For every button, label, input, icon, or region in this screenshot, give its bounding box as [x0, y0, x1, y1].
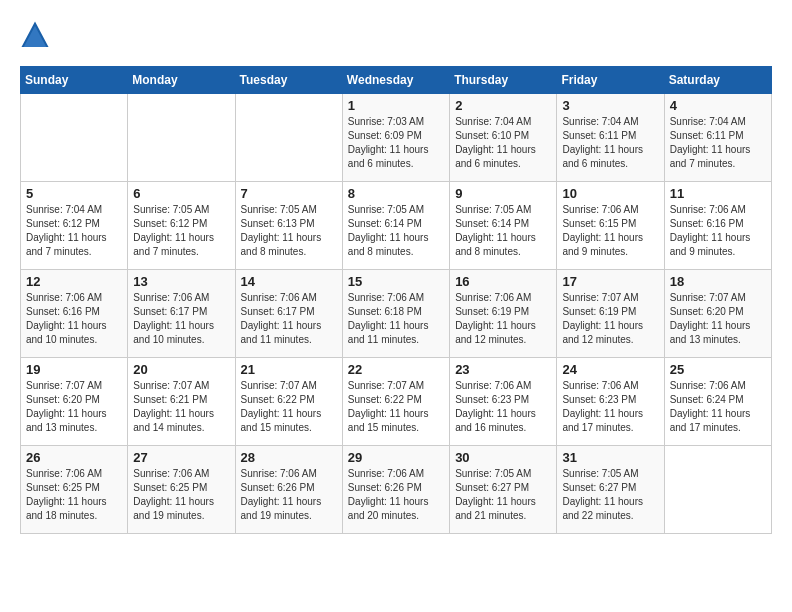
calendar-cell: 23Sunrise: 7:06 AM Sunset: 6:23 PM Dayli…	[450, 358, 557, 446]
day-number: 19	[26, 362, 122, 377]
calendar-cell: 16Sunrise: 7:06 AM Sunset: 6:19 PM Dayli…	[450, 270, 557, 358]
day-number: 2	[455, 98, 551, 113]
day-number: 12	[26, 274, 122, 289]
day-info: Sunrise: 7:06 AM Sunset: 6:19 PM Dayligh…	[455, 291, 551, 347]
day-info: Sunrise: 7:03 AM Sunset: 6:09 PM Dayligh…	[348, 115, 444, 171]
calendar-cell: 22Sunrise: 7:07 AM Sunset: 6:22 PM Dayli…	[342, 358, 449, 446]
day-number: 21	[241, 362, 337, 377]
logo-icon	[20, 20, 50, 50]
day-number: 10	[562, 186, 658, 201]
day-number: 8	[348, 186, 444, 201]
calendar-cell: 14Sunrise: 7:06 AM Sunset: 6:17 PM Dayli…	[235, 270, 342, 358]
calendar-cell: 5Sunrise: 7:04 AM Sunset: 6:12 PM Daylig…	[21, 182, 128, 270]
calendar-cell: 4Sunrise: 7:04 AM Sunset: 6:11 PM Daylig…	[664, 94, 771, 182]
day-info: Sunrise: 7:06 AM Sunset: 6:26 PM Dayligh…	[241, 467, 337, 523]
week-row-2: 5Sunrise: 7:04 AM Sunset: 6:12 PM Daylig…	[21, 182, 772, 270]
weekday-header-saturday: Saturday	[664, 67, 771, 94]
day-info: Sunrise: 7:05 AM Sunset: 6:14 PM Dayligh…	[348, 203, 444, 259]
calendar-cell	[21, 94, 128, 182]
day-number: 23	[455, 362, 551, 377]
calendar-cell: 15Sunrise: 7:06 AM Sunset: 6:18 PM Dayli…	[342, 270, 449, 358]
page-header	[20, 20, 772, 50]
calendar-cell	[128, 94, 235, 182]
weekday-header-friday: Friday	[557, 67, 664, 94]
week-row-3: 12Sunrise: 7:06 AM Sunset: 6:16 PM Dayli…	[21, 270, 772, 358]
day-number: 17	[562, 274, 658, 289]
day-info: Sunrise: 7:05 AM Sunset: 6:12 PM Dayligh…	[133, 203, 229, 259]
day-info: Sunrise: 7:04 AM Sunset: 6:12 PM Dayligh…	[26, 203, 122, 259]
week-row-1: 1Sunrise: 7:03 AM Sunset: 6:09 PM Daylig…	[21, 94, 772, 182]
calendar-cell: 8Sunrise: 7:05 AM Sunset: 6:14 PM Daylig…	[342, 182, 449, 270]
calendar-cell	[664, 446, 771, 534]
weekday-header-tuesday: Tuesday	[235, 67, 342, 94]
calendar-cell: 19Sunrise: 7:07 AM Sunset: 6:20 PM Dayli…	[21, 358, 128, 446]
calendar-cell: 28Sunrise: 7:06 AM Sunset: 6:26 PM Dayli…	[235, 446, 342, 534]
calendar-cell: 30Sunrise: 7:05 AM Sunset: 6:27 PM Dayli…	[450, 446, 557, 534]
calendar-cell: 1Sunrise: 7:03 AM Sunset: 6:09 PM Daylig…	[342, 94, 449, 182]
calendar-cell: 26Sunrise: 7:06 AM Sunset: 6:25 PM Dayli…	[21, 446, 128, 534]
calendar-cell: 18Sunrise: 7:07 AM Sunset: 6:20 PM Dayli…	[664, 270, 771, 358]
calendar-cell: 12Sunrise: 7:06 AM Sunset: 6:16 PM Dayli…	[21, 270, 128, 358]
day-number: 22	[348, 362, 444, 377]
calendar-cell: 20Sunrise: 7:07 AM Sunset: 6:21 PM Dayli…	[128, 358, 235, 446]
day-info: Sunrise: 7:06 AM Sunset: 6:18 PM Dayligh…	[348, 291, 444, 347]
day-info: Sunrise: 7:05 AM Sunset: 6:13 PM Dayligh…	[241, 203, 337, 259]
day-number: 25	[670, 362, 766, 377]
day-number: 26	[26, 450, 122, 465]
day-info: Sunrise: 7:04 AM Sunset: 6:11 PM Dayligh…	[670, 115, 766, 171]
weekday-header-sunday: Sunday	[21, 67, 128, 94]
day-info: Sunrise: 7:07 AM Sunset: 6:22 PM Dayligh…	[348, 379, 444, 435]
weekday-header-monday: Monday	[128, 67, 235, 94]
day-number: 20	[133, 362, 229, 377]
day-info: Sunrise: 7:06 AM Sunset: 6:16 PM Dayligh…	[670, 203, 766, 259]
calendar-cell: 25Sunrise: 7:06 AM Sunset: 6:24 PM Dayli…	[664, 358, 771, 446]
day-info: Sunrise: 7:07 AM Sunset: 6:20 PM Dayligh…	[26, 379, 122, 435]
calendar-cell: 29Sunrise: 7:06 AM Sunset: 6:26 PM Dayli…	[342, 446, 449, 534]
day-info: Sunrise: 7:06 AM Sunset: 6:25 PM Dayligh…	[26, 467, 122, 523]
day-number: 13	[133, 274, 229, 289]
week-row-5: 26Sunrise: 7:06 AM Sunset: 6:25 PM Dayli…	[21, 446, 772, 534]
day-number: 15	[348, 274, 444, 289]
calendar-cell: 3Sunrise: 7:04 AM Sunset: 6:11 PM Daylig…	[557, 94, 664, 182]
calendar-cell: 21Sunrise: 7:07 AM Sunset: 6:22 PM Dayli…	[235, 358, 342, 446]
day-number: 5	[26, 186, 122, 201]
day-info: Sunrise: 7:06 AM Sunset: 6:25 PM Dayligh…	[133, 467, 229, 523]
day-info: Sunrise: 7:05 AM Sunset: 6:27 PM Dayligh…	[562, 467, 658, 523]
day-info: Sunrise: 7:06 AM Sunset: 6:26 PM Dayligh…	[348, 467, 444, 523]
calendar-table: SundayMondayTuesdayWednesdayThursdayFrid…	[20, 66, 772, 534]
day-info: Sunrise: 7:07 AM Sunset: 6:20 PM Dayligh…	[670, 291, 766, 347]
day-number: 4	[670, 98, 766, 113]
day-number: 11	[670, 186, 766, 201]
week-row-4: 19Sunrise: 7:07 AM Sunset: 6:20 PM Dayli…	[21, 358, 772, 446]
calendar-cell: 24Sunrise: 7:06 AM Sunset: 6:23 PM Dayli…	[557, 358, 664, 446]
day-info: Sunrise: 7:06 AM Sunset: 6:24 PM Dayligh…	[670, 379, 766, 435]
day-number: 28	[241, 450, 337, 465]
calendar-cell: 6Sunrise: 7:05 AM Sunset: 6:12 PM Daylig…	[128, 182, 235, 270]
day-info: Sunrise: 7:06 AM Sunset: 6:16 PM Dayligh…	[26, 291, 122, 347]
day-info: Sunrise: 7:06 AM Sunset: 6:15 PM Dayligh…	[562, 203, 658, 259]
day-info: Sunrise: 7:05 AM Sunset: 6:27 PM Dayligh…	[455, 467, 551, 523]
day-number: 29	[348, 450, 444, 465]
day-number: 9	[455, 186, 551, 201]
calendar-cell: 11Sunrise: 7:06 AM Sunset: 6:16 PM Dayli…	[664, 182, 771, 270]
logo	[20, 20, 54, 50]
day-number: 16	[455, 274, 551, 289]
day-info: Sunrise: 7:04 AM Sunset: 6:11 PM Dayligh…	[562, 115, 658, 171]
day-number: 3	[562, 98, 658, 113]
day-info: Sunrise: 7:06 AM Sunset: 6:23 PM Dayligh…	[455, 379, 551, 435]
day-number: 14	[241, 274, 337, 289]
day-number: 27	[133, 450, 229, 465]
day-number: 31	[562, 450, 658, 465]
weekday-header-thursday: Thursday	[450, 67, 557, 94]
day-info: Sunrise: 7:06 AM Sunset: 6:17 PM Dayligh…	[133, 291, 229, 347]
day-info: Sunrise: 7:04 AM Sunset: 6:10 PM Dayligh…	[455, 115, 551, 171]
calendar-cell	[235, 94, 342, 182]
day-info: Sunrise: 7:07 AM Sunset: 6:21 PM Dayligh…	[133, 379, 229, 435]
day-number: 7	[241, 186, 337, 201]
calendar-cell: 27Sunrise: 7:06 AM Sunset: 6:25 PM Dayli…	[128, 446, 235, 534]
day-info: Sunrise: 7:05 AM Sunset: 6:14 PM Dayligh…	[455, 203, 551, 259]
weekday-header-wednesday: Wednesday	[342, 67, 449, 94]
calendar-cell: 7Sunrise: 7:05 AM Sunset: 6:13 PM Daylig…	[235, 182, 342, 270]
calendar-cell: 13Sunrise: 7:06 AM Sunset: 6:17 PM Dayli…	[128, 270, 235, 358]
day-info: Sunrise: 7:06 AM Sunset: 6:23 PM Dayligh…	[562, 379, 658, 435]
